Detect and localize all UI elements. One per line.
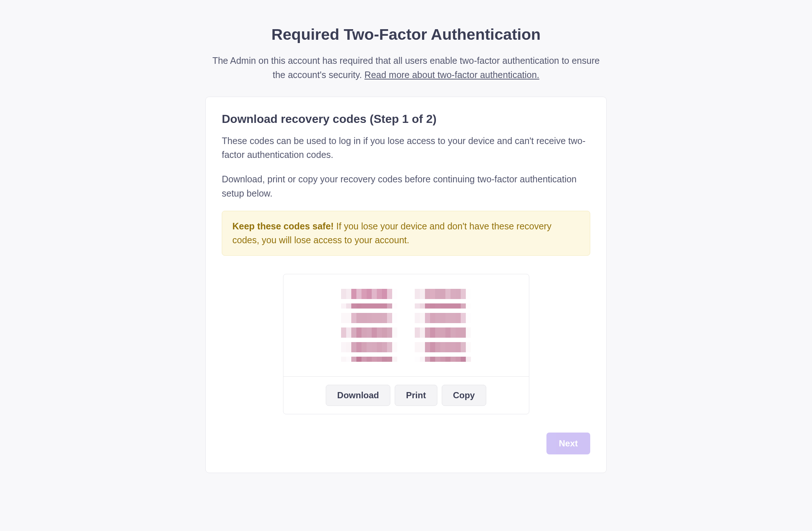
copy-button[interactable]: Copy <box>442 385 486 406</box>
next-button-area: Next <box>222 433 590 454</box>
read-more-link[interactable]: Read more about two-factor authenticatio… <box>364 70 539 80</box>
recovery-codes-card: Download recovery codes (Step 1 of 2) Th… <box>205 97 607 473</box>
page-subtitle: The Admin on this account has required t… <box>205 54 607 82</box>
recovery-code-redacted <box>415 289 471 299</box>
recovery-codes-actions: Download Print Copy <box>283 376 529 414</box>
recovery-code-redacted <box>341 303 397 309</box>
card-paragraph-1: These codes can be used to log in if you… <box>222 134 590 162</box>
recovery-code-redacted <box>415 313 471 323</box>
recovery-code-redacted <box>415 303 471 309</box>
card-paragraph-2: Download, print or copy your recovery co… <box>222 172 590 201</box>
next-button[interactable]: Next <box>546 433 590 454</box>
recovery-code-redacted <box>341 327 397 338</box>
recovery-codes-area <box>283 274 529 376</box>
recovery-codes-column-1 <box>341 289 397 362</box>
page-title: Required Two-Factor Authentication <box>205 26 607 43</box>
download-button[interactable]: Download <box>326 385 390 406</box>
recovery-code-redacted <box>341 289 397 299</box>
recovery-code-redacted <box>341 313 397 323</box>
recovery-code-redacted <box>415 327 471 338</box>
recovery-codes-panel: Download Print Copy <box>283 274 529 414</box>
recovery-codes-column-2 <box>415 289 471 362</box>
warning-alert: Keep these codes safe! If you lose your … <box>222 211 590 256</box>
print-button[interactable]: Print <box>395 385 437 406</box>
card-title: Download recovery codes (Step 1 of 2) <box>222 112 590 126</box>
recovery-code-redacted <box>415 357 471 362</box>
recovery-code-redacted <box>415 342 471 352</box>
recovery-code-redacted <box>341 342 397 352</box>
recovery-code-redacted <box>341 357 397 362</box>
alert-strong: Keep these codes safe! <box>232 221 334 231</box>
